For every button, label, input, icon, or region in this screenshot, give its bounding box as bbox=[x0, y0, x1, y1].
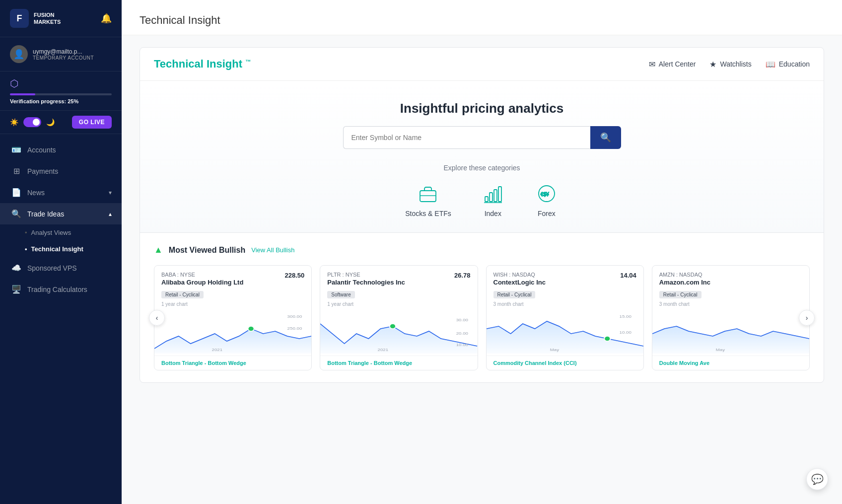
svg-marker-13 bbox=[320, 324, 477, 354]
stock-card-amzn[interactable]: AMZN : NASDAQ Amazon.com Inc Retail - Cy… bbox=[652, 265, 810, 370]
svg-text:10.00: 10.00 bbox=[619, 330, 631, 335]
chevron-down-icon: ▾ bbox=[109, 189, 112, 196]
sidebar-item-label: Payments bbox=[27, 167, 112, 175]
category-forex[interactable]: €$¥ Forex bbox=[535, 182, 559, 217]
page-title-bar: Technical Insight bbox=[122, 0, 842, 35]
book-icon: 📖 bbox=[766, 60, 775, 69]
svg-text:250.00: 250.00 bbox=[287, 326, 302, 331]
stocks-etfs-label: Stocks & ETFs bbox=[405, 210, 451, 217]
chart-period: 3 month chart bbox=[487, 301, 643, 307]
page-title: Technical Insight bbox=[140, 14, 824, 27]
stock-signal: Bottom Triangle - Bottom Wedge bbox=[154, 356, 311, 370]
news-icon: 📄 bbox=[11, 188, 21, 197]
carousel-prev-button[interactable]: ‹ bbox=[149, 310, 165, 326]
chevron-up-icon: ▴ bbox=[109, 211, 112, 217]
deposit-icon: ⬡ bbox=[10, 77, 18, 89]
stock-badge: Retail - Cyclical bbox=[493, 291, 536, 298]
svg-point-14 bbox=[390, 324, 396, 329]
theme-toggle[interactable] bbox=[23, 117, 41, 127]
bell-icon[interactable]: 🔔 bbox=[101, 13, 112, 24]
category-stocks-etfs[interactable]: Stocks & ETFs bbox=[405, 182, 451, 217]
vps-icon: ☁️ bbox=[11, 263, 21, 273]
hero-title: Insightful pricing analytics bbox=[154, 101, 810, 116]
stock-badge: Software bbox=[327, 291, 354, 298]
stock-chart: 2021 300.00 250.00 bbox=[154, 309, 311, 354]
sidebar-item-label: Accounts bbox=[27, 146, 112, 154]
education-label: Education bbox=[779, 60, 810, 68]
logo-text: FUSION MARKETS bbox=[34, 11, 61, 26]
avatar: 👤 bbox=[10, 45, 28, 63]
svg-text:2021: 2021 bbox=[212, 348, 223, 352]
sidebar-item-accounts[interactable]: 🪪 Accounts bbox=[0, 139, 122, 160]
stock-price: 26.78 bbox=[454, 272, 471, 279]
sidebar-item-payments[interactable]: ⊞ Payments bbox=[0, 160, 122, 182]
index-label: Index bbox=[485, 210, 501, 217]
category-index[interactable]: Index bbox=[481, 182, 505, 217]
content-area: Technical Insight ™ ✉ Alert Center ★ Wat… bbox=[122, 35, 842, 504]
chart-period: 3 month chart bbox=[652, 301, 809, 307]
user-area: 👤 uymgy@mailto.p... TEMPORARY ACCOUNT bbox=[0, 37, 122, 72]
bullish-header: ▲ Most Viewed Bullish View All Bullish bbox=[154, 245, 810, 255]
svg-text:May: May bbox=[715, 348, 725, 352]
stock-exchange: PLTR : NYSE bbox=[327, 272, 405, 278]
svg-rect-5 bbox=[498, 187, 501, 202]
stock-name: Alibaba Group Holding Ltd bbox=[161, 279, 243, 286]
sidebar-item-news[interactable]: 📄 News ▾ bbox=[0, 182, 122, 203]
briefcase-icon bbox=[416, 182, 440, 206]
svg-text:300.00: 300.00 bbox=[287, 314, 302, 319]
svg-text:May: May bbox=[550, 348, 559, 352]
stock-signal: Commodity Channel Index (CCI) bbox=[487, 356, 643, 370]
stock-price: 228.50 bbox=[284, 272, 304, 279]
education-button[interactable]: 📖 Education bbox=[766, 60, 810, 69]
stock-card-pltr[interactable]: PLTR : NYSE Palantir Technologies Inc 26… bbox=[320, 265, 478, 370]
search-row: 🔍 bbox=[343, 126, 621, 149]
deposit-area: ⬡ Verification progress: 25% bbox=[0, 72, 122, 111]
star-icon: ★ bbox=[709, 60, 716, 69]
stock-card-baba[interactable]: BABA : NYSE Alibaba Group Holding Ltd 22… bbox=[154, 265, 312, 370]
stock-badge: Retail - Cyclical bbox=[659, 291, 702, 298]
stock-exchange: WISH : NASDAQ bbox=[493, 272, 546, 278]
go-live-button[interactable]: GO LIVE bbox=[72, 116, 112, 129]
stock-chart: 2021 30.00 20.00 10.00 bbox=[320, 309, 477, 354]
svg-rect-0 bbox=[420, 191, 436, 202]
view-all-bullish-link[interactable]: View All Bullish bbox=[251, 246, 294, 254]
stock-name: ContextLogic Inc bbox=[493, 279, 546, 286]
forex-label: Forex bbox=[538, 210, 556, 217]
svg-text:15.00: 15.00 bbox=[619, 314, 631, 319]
stock-price: 14.04 bbox=[620, 272, 636, 279]
chart-period: 1 year chart bbox=[154, 301, 311, 307]
carousel-next-button[interactable]: › bbox=[799, 310, 815, 326]
calculators-icon: 🖥️ bbox=[11, 285, 21, 294]
trade-ideas-icon: 🔍 bbox=[11, 209, 21, 218]
stocks-row: BABA : NYSE Alibaba Group Holding Ltd 22… bbox=[154, 265, 810, 370]
stock-badge: Retail - Cyclical bbox=[161, 291, 204, 298]
chat-button[interactable]: 💬 bbox=[806, 468, 828, 490]
stock-signal: Double Moving Ave bbox=[652, 356, 809, 370]
svg-text:30.00: 30.00 bbox=[456, 318, 468, 322]
categories-label: Explore these categories bbox=[154, 164, 810, 172]
bullish-section: ▲ Most Viewed Bullish View All Bullish ‹… bbox=[140, 233, 824, 382]
payments-icon: ⊞ bbox=[11, 166, 21, 176]
sidebar-item-label: Sponsored VPS bbox=[27, 264, 112, 272]
sidebar: F FUSION MARKETS 🔔 👤 uymgy@mailto.p... T… bbox=[0, 0, 122, 504]
search-button[interactable]: 🔍 bbox=[590, 126, 621, 149]
stock-name: Amazon.com Inc bbox=[659, 279, 710, 286]
watchlists-button[interactable]: ★ Watchlists bbox=[709, 60, 751, 69]
sidebar-item-analyst-views[interactable]: Analyst Views bbox=[25, 224, 122, 241]
sidebar-header: F FUSION MARKETS 🔔 bbox=[0, 0, 122, 37]
progress-bar-bg bbox=[10, 93, 112, 95]
analyst-views-label: Analyst Views bbox=[31, 229, 71, 236]
search-input[interactable] bbox=[343, 126, 590, 149]
sidebar-item-trading-calculators[interactable]: 🖥️ Trading Calculators bbox=[0, 279, 122, 300]
toggle-knob bbox=[33, 119, 40, 126]
svg-text:10.00: 10.00 bbox=[456, 343, 468, 347]
sidebar-item-technical-insight[interactable]: Technical Insight bbox=[25, 241, 122, 257]
ti-brand: Technical Insight ™ bbox=[154, 58, 251, 71]
stock-card-wish[interactable]: WISH : NASDAQ ContextLogic Inc 14.04 Ret… bbox=[486, 265, 644, 370]
technical-insight-label: Technical Insight bbox=[31, 245, 83, 253]
progress-bar-fill bbox=[10, 93, 35, 95]
user-status: TEMPORARY ACCOUNT bbox=[33, 55, 112, 61]
sidebar-item-trade-ideas[interactable]: 🔍 Trade Ideas ▴ bbox=[0, 203, 122, 224]
sidebar-item-sponsored-vps[interactable]: ☁️ Sponsored VPS bbox=[0, 257, 122, 279]
alert-center-button[interactable]: ✉ Alert Center bbox=[649, 60, 696, 69]
